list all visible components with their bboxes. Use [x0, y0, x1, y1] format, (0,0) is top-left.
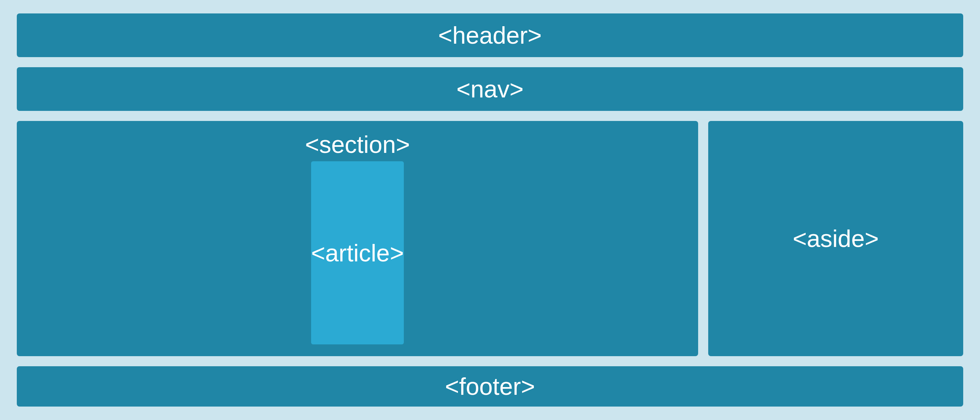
footer-element-box: <footer> — [17, 366, 963, 407]
nav-label: <nav> — [456, 75, 523, 103]
nav-element-box: <nav> — [17, 67, 963, 111]
header-element-box: <header> — [17, 13, 963, 57]
article-label: <article> — [311, 239, 404, 267]
header-label: <header> — [438, 22, 542, 49]
section-label: <section> — [305, 131, 410, 158]
footer-label: <footer> — [445, 372, 535, 400]
middle-row: <section> <article> <aside> — [17, 121, 963, 356]
section-label-wrapper: <section> — [305, 128, 410, 161]
article-element-box: <article> — [311, 161, 404, 344]
aside-element-box: <aside> — [708, 121, 963, 356]
aside-label: <aside> — [793, 225, 879, 252]
section-element-box: <section> <article> — [17, 121, 698, 356]
